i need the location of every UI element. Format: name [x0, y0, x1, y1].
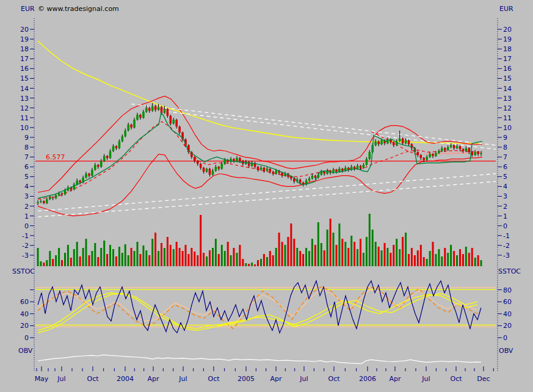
candle-body: [233, 159, 235, 161]
price-tick-label-right: 4: [503, 183, 507, 191]
candle-body: [200, 164, 202, 167]
volume-bar: [185, 245, 187, 266]
candle-body: [58, 194, 60, 195]
candle-body: [360, 166, 362, 168]
volume-bar: [369, 214, 371, 266]
price-tick-label-right: 8: [503, 143, 507, 151]
upper-band-line: [38, 96, 482, 192]
price-tick-label-right: -1: [503, 232, 510, 240]
volume-bar: [317, 222, 319, 266]
volume-bar: [49, 251, 51, 266]
volume-bar: [285, 245, 286, 266]
candle-body: [422, 158, 425, 160]
sstoc-signal-peach-line: [38, 290, 477, 325]
volume-bar: [236, 253, 238, 266]
x-axis-label: 2006: [359, 375, 376, 383]
volume-bar: [203, 253, 205, 266]
volume-bar: [305, 248, 307, 266]
volume-bar: [372, 230, 374, 266]
price-tick-label-right: 6: [503, 163, 507, 171]
candle-body: [357, 166, 359, 169]
volume-bar: [137, 242, 139, 266]
candle-body: [438, 151, 440, 153]
x-axis-label: Jul: [421, 375, 430, 383]
volume-bar: [55, 255, 57, 266]
volume-bar: [151, 239, 153, 266]
candle-body: [236, 158, 238, 161]
candle-body: [453, 145, 455, 148]
price-tick-label-left: -2: [22, 242, 29, 250]
volume-bar: [281, 242, 283, 266]
candle-body: [299, 180, 302, 183]
candle-body: [308, 179, 311, 181]
volume-bar: [338, 223, 340, 266]
volume-bar: [378, 247, 380, 266]
volume-bar: [375, 242, 377, 266]
candle-body: [209, 169, 211, 175]
volume-bar: [121, 253, 123, 266]
candle-body: [374, 141, 377, 145]
candle-body: [435, 153, 437, 156]
candle-body: [417, 152, 419, 155]
volume-bar: [76, 242, 78, 266]
volume-bar: [187, 254, 189, 266]
candle-body: [130, 125, 132, 128]
volume-bar: [423, 257, 425, 266]
volume-bar: [179, 248, 181, 266]
candle-body: [97, 165, 100, 167]
volume-bar: [257, 260, 259, 266]
candle-body: [133, 120, 136, 128]
volume-bar: [85, 239, 87, 266]
volume-bar: [414, 255, 416, 266]
volume-bar: [347, 248, 349, 266]
sstoc-tick-label-left: 40: [20, 310, 29, 318]
candle-body: [426, 157, 428, 160]
price-tick-label-right: 20: [503, 26, 512, 34]
candle-body: [420, 155, 422, 158]
volume-bar: [115, 256, 117, 266]
volume-bar: [61, 260, 63, 266]
candle-body: [335, 170, 338, 172]
candle-body: [477, 152, 479, 154]
price-chart-svg[interactable]: 2020191918181717161615151414131312121111…: [0, 0, 533, 392]
x-axis-label: Dec: [477, 375, 490, 383]
sstoc-signal-orange-line: [38, 287, 477, 329]
candle-body: [266, 169, 269, 170]
volume-bar: [456, 255, 458, 266]
volume-bar: [420, 245, 422, 266]
volume-bar: [209, 250, 211, 266]
volume-bar: [293, 239, 295, 266]
volume-bar: [145, 250, 147, 266]
candle-body: [441, 148, 443, 151]
candle-body: [178, 126, 181, 132]
candle-body: [459, 146, 462, 149]
white-trendline: [38, 174, 496, 211]
volume-bar: [73, 249, 75, 266]
volume-bar: [161, 243, 162, 266]
volume-bar: [89, 255, 90, 266]
volume-bar: [396, 239, 397, 266]
price-tick-label-left: 15: [20, 74, 29, 82]
price-tick-label-left: 8: [24, 143, 29, 151]
volume-bar: [100, 248, 102, 266]
volume-bar: [336, 245, 338, 266]
volume-bar: [411, 248, 413, 266]
volume-bar: [447, 253, 449, 266]
price-tick-label-left: -3: [22, 252, 29, 260]
volume-bar: [164, 248, 165, 266]
candle-body: [109, 151, 112, 158]
volume-bar: [158, 251, 159, 266]
candle-body: [127, 125, 129, 131]
sstoc-tick-label-left: 0: [24, 334, 29, 342]
volume-bar: [299, 251, 301, 266]
volume-bar: [384, 243, 386, 266]
candle-body: [272, 172, 274, 173]
candle-body: [139, 115, 142, 118]
sstoc-tick-label-right: 0: [503, 334, 507, 342]
volume-bar: [182, 251, 184, 266]
candle-body: [323, 172, 325, 173]
price-tick-label-left: 1: [24, 212, 29, 220]
candle-body: [260, 168, 263, 170]
price-tick-label-left: 13: [20, 95, 29, 103]
x-axis-label: Oct: [450, 375, 462, 383]
